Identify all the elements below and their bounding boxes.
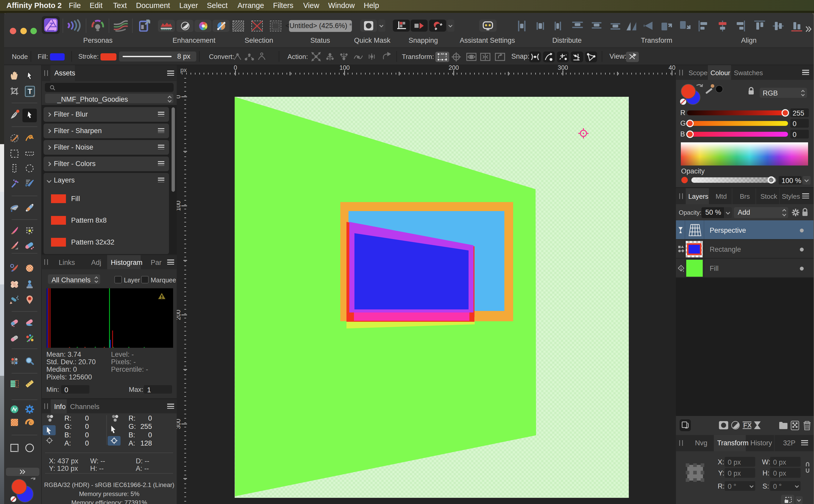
svg-text:40: 40 <box>669 65 675 71</box>
svg-text:300: 300 <box>177 419 182 429</box>
svg-text:200: 200 <box>449 65 459 71</box>
svg-text:100: 100 <box>339 65 350 71</box>
svg-text:T: T <box>28 87 32 95</box>
svg-text:200: 200 <box>177 310 182 320</box>
svg-text:100: 100 <box>177 201 182 211</box>
svg-text:FX: FX <box>743 421 752 429</box>
svg-text:300: 300 <box>558 65 568 71</box>
svg-text:0: 0 <box>234 65 237 71</box>
svg-text:0: 0 <box>177 95 182 98</box>
